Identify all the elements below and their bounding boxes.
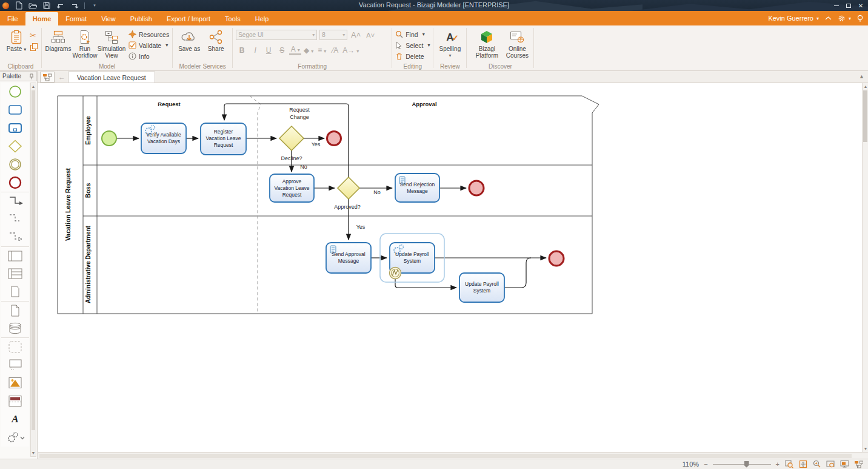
palette-header-footer[interactable] <box>1 392 29 410</box>
help-bulb-icon[interactable] <box>857 15 863 22</box>
save-icon[interactable] <box>42 1 51 10</box>
active-diagram-tab[interactable]: Vacation Leave Request <box>68 72 155 83</box>
tab-home[interactable]: Home <box>25 12 59 25</box>
process-overview-button[interactable] <box>40 72 55 83</box>
task-verify-available-vacation-days[interactable]: Verify Available Vacation Days <box>141 123 186 154</box>
spelling-button[interactable]: A✓ Spelling ▾ <box>436 27 463 59</box>
zoom-slider[interactable] <box>713 464 771 465</box>
zoom-to-selection-icon[interactable] <box>784 460 793 468</box>
start-event[interactable] <box>102 131 116 146</box>
collapse-ribbon-icon[interactable] <box>825 16 832 21</box>
settings-gear-icon[interactable] <box>838 15 851 22</box>
restore-button[interactable] <box>843 0 855 11</box>
close-button[interactable] <box>855 0 867 11</box>
palette-data-object[interactable] <box>1 301 29 319</box>
task-send-rejection-message[interactable]: Send Rejection Message <box>395 174 439 202</box>
back-arrow-icon[interactable]: ← <box>56 71 68 83</box>
task-update-payroll-system-2[interactable]: Update Payroll System <box>459 273 504 302</box>
lane-label-admin[interactable]: Administrative Department <box>85 225 92 303</box>
palette-gateway[interactable] <box>1 137 29 155</box>
pool-vacation-leave-request[interactable] <box>58 96 599 314</box>
diagram-canvas[interactable]: Vacation Leave Request Employee Boss Adm… <box>38 83 862 452</box>
text-direction-icon[interactable]: A→ <box>342 46 355 55</box>
palette-message-flow[interactable] <box>1 228 29 246</box>
tab-help[interactable]: Help <box>248 12 276 25</box>
tab-file[interactable]: File <box>0 12 25 25</box>
simulation-view-button[interactable]: Simulation View <box>98 27 125 59</box>
palette-annotation[interactable] <box>1 356 29 374</box>
palette-data-store[interactable] <box>1 319 29 337</box>
palette-intermediate-event[interactable] <box>1 155 29 174</box>
redo-icon[interactable] <box>70 1 79 10</box>
bold-button[interactable]: B <box>236 46 248 55</box>
palette-task[interactable] <box>1 101 29 119</box>
end-event-approved[interactable] <box>549 251 564 266</box>
zoom-in-button[interactable]: + <box>776 461 780 468</box>
palette-end-event[interactable] <box>1 174 29 192</box>
palette-lane[interactable] <box>1 265 29 283</box>
palette-pool[interactable] <box>1 246 29 265</box>
tab-format[interactable]: Format <box>58 12 94 25</box>
task-send-approval-message[interactable]: Send Approval Message <box>326 243 371 273</box>
cut-icon[interactable] <box>30 30 38 41</box>
run-workflow-button[interactable]: Run Workflow <box>72 27 98 59</box>
shrink-font-icon[interactable]: A˅ <box>364 32 376 39</box>
italic-button[interactable]: I <box>249 46 261 55</box>
palette-sequence-flow[interactable] <box>1 192 29 210</box>
save-as-button[interactable]: Save as <box>176 27 202 52</box>
palette-formatted-text[interactable] <box>1 410 29 428</box>
fit-to-page-icon[interactable] <box>798 460 807 468</box>
delete-button[interactable]: Delete <box>395 52 430 61</box>
phase-label-approval[interactable]: Approval <box>412 101 436 107</box>
presentation-mode-icon[interactable] <box>840 460 849 468</box>
fill-color-icon[interactable]: ◆ <box>302 46 315 55</box>
underline-button[interactable]: U <box>262 46 275 55</box>
palette-sub-process[interactable] <box>1 119 29 137</box>
zoom-in-tool-icon[interactable] <box>812 460 821 468</box>
align-text-icon[interactable]: ≡ <box>316 46 328 55</box>
scroll-up-icon[interactable]: ▲ <box>859 73 864 79</box>
palette-custom-artifact[interactable] <box>1 428 29 447</box>
diagram-view-icon[interactable] <box>854 460 863 468</box>
lane-label-boss[interactable]: Boss <box>85 183 92 198</box>
palette-milestone[interactable] <box>1 283 29 301</box>
info-button[interactable]: Info <box>129 52 169 61</box>
paste-button[interactable]: Paste <box>3 27 30 53</box>
grow-font-icon[interactable]: A˄ <box>350 30 362 39</box>
task-approve-vacation-leave-request[interactable]: Approve Vacation Leave Request <box>270 174 314 202</box>
end-event-declined[interactable] <box>327 132 341 146</box>
tab-tools[interactable]: Tools <box>218 12 248 25</box>
customize-toolbar-chevron-icon[interactable]: ▾ <box>90 1 99 10</box>
online-courses-button[interactable]: Online Courses <box>504 27 530 59</box>
horizontal-scrollbar[interactable] <box>38 452 868 459</box>
find-button[interactable]: Find <box>395 30 430 39</box>
select-button[interactable]: Select <box>395 41 430 50</box>
validate-button[interactable]: Validate <box>129 41 169 50</box>
resources-button[interactable]: Resources <box>129 30 169 39</box>
undo-icon[interactable] <box>56 1 65 10</box>
format-painter-icon[interactable]: ⁄A <box>329 46 341 55</box>
diagrams-button[interactable]: Diagrams <box>45 27 72 52</box>
lane-label-employee[interactable]: Employee <box>85 116 92 145</box>
open-file-icon[interactable] <box>28 1 37 10</box>
zoom-window-icon[interactable] <box>826 460 835 468</box>
font-name-select[interactable]: Segoe UI▾ <box>236 30 317 40</box>
user-account-menu[interactable]: Kevin Guerrero <box>768 15 819 22</box>
zoom-out-button[interactable]: − <box>704 461 707 468</box>
palette-scrollbar[interactable]: ▲ ▼ <box>30 83 36 457</box>
bizagi-platform-button[interactable]: Bizagi Platform <box>470 27 504 59</box>
tab-view[interactable]: View <box>94 12 123 25</box>
minimize-button[interactable] <box>830 0 843 11</box>
phase-label-request[interactable]: Request <box>158 101 181 107</box>
palette-image[interactable] <box>1 374 29 392</box>
boundary-error-event[interactable] <box>390 268 401 279</box>
new-file-icon[interactable] <box>15 1 23 10</box>
palette-association[interactable] <box>1 210 29 228</box>
copy-icon[interactable] <box>30 42 38 51</box>
palette-group[interactable] <box>1 337 29 356</box>
palette-start-event[interactable] <box>1 83 29 101</box>
font-size-select[interactable]: 8▾ <box>319 30 347 40</box>
tab-export-import[interactable]: Export / Import <box>159 12 218 25</box>
task-register-vacation-leave-request[interactable]: Register Vacation Leave Request <box>201 123 246 155</box>
pin-icon[interactable] <box>29 73 34 79</box>
